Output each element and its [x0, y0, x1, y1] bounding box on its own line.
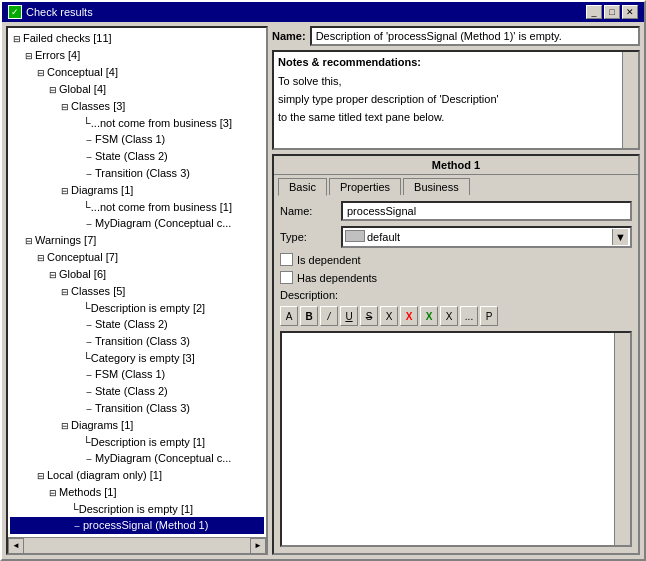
select-arrow-icon[interactable]: ▼ [612, 229, 628, 245]
tree-item-label: └...not come from business [3] [83, 117, 232, 129]
tree-item-label: Conceptual [7] [47, 251, 118, 263]
tree-item[interactable]: –FSM (Class 1) [10, 366, 264, 383]
expand-icon[interactable]: ⊟ [60, 183, 70, 199]
expand-icon[interactable]: ⊟ [48, 82, 58, 98]
method-title: Method 1 [274, 156, 638, 175]
toolbar-strikethrough-btn[interactable]: S [360, 306, 378, 326]
toolbar-ellipsis-btn[interactable]: ... [460, 306, 478, 326]
notes-line-1: To solve this, [278, 72, 634, 90]
is-dependent-row: Is dependent [280, 253, 632, 266]
tab-basic[interactable]: Basic [278, 178, 327, 196]
tree-item[interactable]: ⊟Diagrams [1] [10, 417, 264, 434]
form-type-select[interactable]: default ▼ [341, 226, 632, 248]
toolbar-x-red-btn[interactable]: X [400, 306, 418, 326]
tree-item[interactable]: ⊟Errors [4] [10, 47, 264, 64]
toolbar-x2-btn[interactable]: X [440, 306, 458, 326]
toolbar-italic-btn[interactable]: / [320, 306, 338, 326]
tree-item[interactable]: ⊟Classes [3] [10, 98, 264, 115]
tree-item[interactable]: –Transition (Class 3) [10, 333, 264, 350]
tree-item-label: State (Class 2) [95, 385, 168, 397]
toolbar-x1-btn[interactable]: X [380, 306, 398, 326]
tree-item[interactable]: ⊟Conceptual [7] [10, 249, 264, 266]
tree-item[interactable]: ⊟Local (diagram only) [1] [10, 467, 264, 484]
tree-item-label: Transition (Class 3) [95, 402, 190, 414]
tree-item-label: MyDiagram (Conceptual c... [95, 217, 231, 229]
expand-icon[interactable]: ⊟ [48, 267, 58, 283]
tree-item[interactable]: └Description is empty [1] [10, 434, 264, 450]
toolbar-a-btn[interactable]: A [280, 306, 298, 326]
tree-item-label: Diagrams [1] [71, 184, 133, 196]
tree-item-label: Global [6] [59, 268, 106, 280]
description-label: Description: [280, 289, 632, 301]
tree-item[interactable]: ⊟Failed checks [11] [10, 30, 264, 47]
desc-scrollbar[interactable] [614, 333, 630, 545]
tree-item[interactable]: –State (Class 2) [10, 148, 264, 165]
tree-item-label: Conceptual [4] [47, 66, 118, 78]
minimize-button[interactable]: _ [586, 5, 602, 19]
expand-icon[interactable]: ⊟ [60, 99, 70, 115]
tabs-row: Basic Properties Business [274, 175, 638, 195]
notes-scrollbar[interactable] [622, 52, 638, 148]
tree-item[interactable]: –processSignal (Method 1) [10, 517, 264, 534]
tree-item-label: └Description is empty [1] [71, 503, 193, 515]
tree-item[interactable]: –MyDiagram (Conceptual c... [10, 450, 264, 467]
tree-item[interactable]: –Transition (Class 3) [10, 400, 264, 417]
expand-icon[interactable]: ⊟ [60, 284, 70, 300]
tree-item[interactable]: –Transition (Class 3) [10, 165, 264, 182]
left-scrollbar[interactable]: ◄ ► [8, 537, 266, 553]
expand-icon[interactable]: ⊟ [36, 250, 46, 266]
scroll-left-btn[interactable]: ◄ [8, 538, 24, 554]
tree-item[interactable]: ⊟Diagrams [1] [10, 182, 264, 199]
tree-item[interactable]: └Description is empty [2] [10, 300, 264, 316]
expand-icon[interactable]: ⊟ [60, 418, 70, 434]
tree-item[interactable]: ⊟Warnings [7] [10, 232, 264, 249]
maximize-button[interactable]: □ [604, 5, 620, 19]
is-dependent-checkbox[interactable] [280, 253, 293, 266]
has-dependents-row: Has dependents [280, 271, 632, 284]
tree-item[interactable]: –State (Class 2) [10, 383, 264, 400]
name-row: Name: Description of 'processSignal (Met… [272, 26, 640, 46]
tree-item[interactable]: ⊟Global [4] [10, 81, 264, 98]
tree-item[interactable]: ⊟Conceptual [4] [10, 64, 264, 81]
tree-item-label: Transition (Class 3) [95, 167, 190, 179]
tab-business[interactable]: Business [403, 178, 470, 195]
title-bar: ✓ Check results _ □ ✕ [2, 2, 644, 22]
tree-item[interactable]: └...not come from business [1] [10, 199, 264, 215]
toolbar-bold-btn[interactable]: B [300, 306, 318, 326]
tree-container[interactable]: ⊟Failed checks [11]⊟Errors [4]⊟Conceptua… [8, 28, 266, 537]
tree-item[interactable]: ⊟Methods [1] [10, 484, 264, 501]
tree-item[interactable]: –FSM (Class 1) [10, 131, 264, 148]
expand-icon[interactable]: ⊟ [36, 468, 46, 484]
expand-icon[interactable]: ⊟ [48, 485, 58, 501]
has-dependents-checkbox[interactable] [280, 271, 293, 284]
expand-icon[interactable]: ⊟ [36, 65, 46, 81]
notes-line-3: to the same titled text pane below. [278, 108, 634, 126]
expand-icon[interactable]: ⊟ [24, 233, 34, 249]
tree-item[interactable]: ⊟Global [6] [10, 266, 264, 283]
leaf-icon: – [84, 166, 94, 182]
tree-item[interactable]: └...not come from business [3] [10, 115, 264, 131]
tree-item[interactable]: ⊟Classes [5] [10, 283, 264, 300]
tree-item[interactable]: └Category is empty [3] [10, 350, 264, 366]
expand-icon[interactable]: ⊟ [24, 48, 34, 64]
tree-item-label: State (Class 2) [95, 150, 168, 162]
tab-properties[interactable]: Properties [329, 178, 401, 195]
toolbar-p-btn[interactable]: P [480, 306, 498, 326]
scroll-right-btn[interactable]: ► [250, 538, 266, 554]
toolbar-underline-btn[interactable]: U [340, 306, 358, 326]
tree-item-label: State (Class 2) [95, 318, 168, 330]
close-button[interactable]: ✕ [622, 5, 638, 19]
form-type-row: Type: default ▼ [280, 226, 632, 248]
tree-item-label: processSignal (Method 1) [83, 519, 208, 531]
form-name-label: Name: [280, 205, 335, 217]
title-bar-left: ✓ Check results [8, 5, 93, 19]
tree-item-label: Diagrams [1] [71, 419, 133, 431]
tree-item-label: Warnings [7] [35, 234, 96, 246]
tree-item[interactable]: –MyDiagram (Conceptual c... [10, 215, 264, 232]
tree-item[interactable]: └Description is empty [1] [10, 501, 264, 517]
form-name-input[interactable] [341, 201, 632, 221]
description-box[interactable] [280, 331, 632, 547]
toolbar-x-green-btn[interactable]: X [420, 306, 438, 326]
tree-item[interactable]: –State (Class 2) [10, 316, 264, 333]
expand-icon[interactable]: ⊟ [12, 31, 22, 47]
